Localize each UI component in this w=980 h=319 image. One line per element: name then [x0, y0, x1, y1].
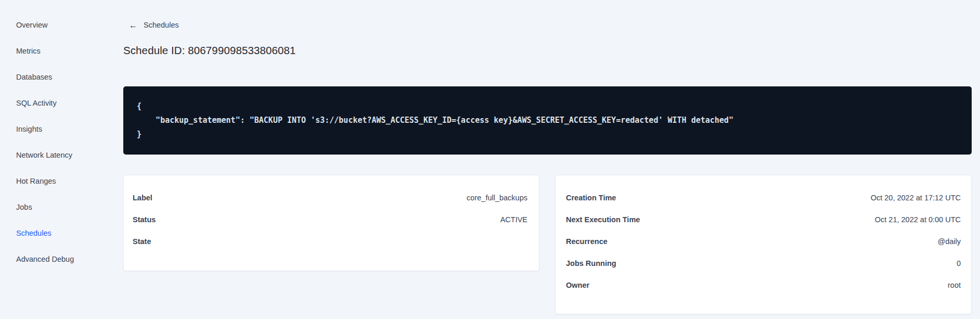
row-label: State [133, 237, 151, 246]
summary-cards-row: Label core_full_backups Status ACTIVE St… [123, 175, 972, 314]
card-row-state: State [133, 231, 527, 252]
card-row-recurrence: Recurrence @daily [566, 231, 961, 252]
code-line: { [137, 99, 958, 113]
back-to-schedules-link[interactable]: ← Schedules [129, 21, 179, 30]
row-value: Oct 21, 2022 at 0:00 UTC [875, 215, 961, 224]
sidebar-item-insights[interactable]: Insights [16, 124, 42, 134]
row-label: Owner [566, 281, 589, 289]
card-row-next-execution-time: Next Execution Time Oct 21, 2022 at 0:00… [566, 209, 961, 231]
page: Overview Metrics Databases SQL Activity … [0, 0, 980, 319]
card-row-owner: Owner root [566, 274, 961, 296]
row-value: @daily [937, 237, 961, 246]
sidebar-item-databases[interactable]: Databases [16, 72, 52, 82]
sidebar-item-list: Overview Metrics Databases SQL Activity … [16, 20, 123, 264]
row-value: Oct 20, 2022 at 17:12 UTC [871, 194, 961, 202]
card-row-status: Status ACTIVE [133, 209, 527, 231]
schedule-details-card: Label core_full_backups Status ACTIVE St… [123, 175, 539, 271]
code-line: "backup_statement": "BACKUP INTO 's3://b… [137, 113, 958, 127]
row-value: root [948, 281, 961, 289]
row-label: Next Execution Time [566, 215, 640, 224]
sidebar-item-overview[interactable]: Overview [16, 20, 47, 30]
sidebar-item-network-latency[interactable]: Network Latency [16, 150, 72, 160]
sidebar-item-metrics[interactable]: Metrics [16, 46, 41, 56]
row-label: Recurrence [566, 237, 608, 246]
sidebar-item-jobs[interactable]: Jobs [16, 202, 32, 212]
back-link-label: Schedules [144, 21, 179, 30]
sidebar-nav: Overview Metrics Databases SQL Activity … [0, 0, 123, 319]
row-value: 0 [957, 259, 961, 267]
row-value: ACTIVE [500, 215, 527, 224]
backup-statement-code-block: { "backup_statement": "BACKUP INTO 's3:/… [123, 86, 972, 155]
sidebar-item-advanced-debug[interactable]: Advanced Debug [16, 254, 74, 264]
card-row-creation-time: Creation Time Oct 20, 2022 at 17:12 UTC [566, 187, 961, 209]
row-label: Jobs Running [566, 259, 616, 267]
sidebar-item-schedules[interactable]: Schedules [16, 228, 51, 238]
sidebar-item-sql-activity[interactable]: SQL Activity [16, 98, 57, 108]
row-label: Creation Time [566, 194, 616, 202]
sidebar-item-hot-ranges[interactable]: Hot Ranges [16, 176, 56, 186]
row-label: Label [133, 194, 152, 202]
row-value: core_full_backups [467, 194, 527, 202]
card-row-label: Label core_full_backups [133, 187, 527, 209]
main-content: ← Schedules Schedule ID: 806799098533806… [123, 0, 980, 319]
back-arrow-icon: ← [129, 21, 137, 30]
code-line: } [137, 127, 958, 142]
row-label: Status [133, 215, 156, 224]
card-row-jobs-running: Jobs Running 0 [566, 252, 961, 274]
page-title: Schedule ID: 806799098533806081 [123, 44, 972, 57]
schedule-timing-card: Creation Time Oct 20, 2022 at 17:12 UTC … [555, 175, 972, 314]
